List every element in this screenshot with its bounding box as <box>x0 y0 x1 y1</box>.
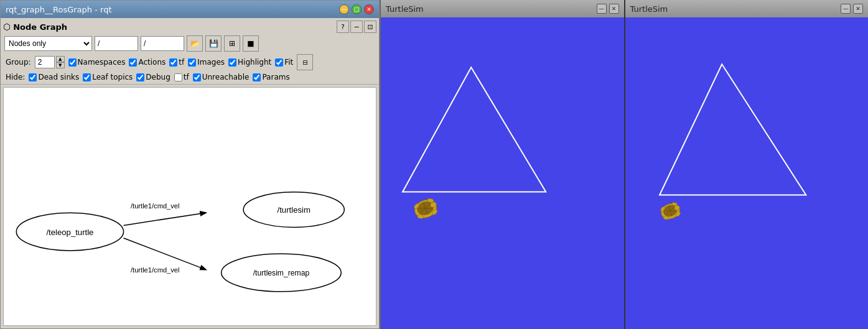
debug-option[interactable]: Debug <box>136 73 170 81</box>
tf2-label: tf <box>184 73 189 81</box>
fit-checkbox[interactable] <box>275 58 283 67</box>
ts1-close-btn[interactable]: ✕ <box>609 4 619 14</box>
debug-checkbox[interactable] <box>136 73 144 81</box>
turtlesim2-title-bar: TurtleSim — ✕ <box>625 0 869 17</box>
leaf-topics-option[interactable]: Leaf topics <box>83 73 133 81</box>
options-row-1: Group: ▲ ▼ Namespaces Actions <box>3 53 376 72</box>
options-row-2: Hide: Dead sinks Leaf topics Debug tf <box>3 72 376 83</box>
images-checkbox[interactable] <box>188 58 196 67</box>
group-spinner: ▲ ▼ <box>35 56 65 68</box>
actions-label: Actions <box>138 58 166 67</box>
teleop-node-label: /teleop_turtle <box>46 228 93 237</box>
stop-btn[interactable]: ■ <box>243 35 259 52</box>
graph-canvas[interactable]: /teleop_turtle /turtle1/cmd_vel /turtle1… <box>3 87 376 326</box>
fit-icon-btn[interactable]: ⊟ <box>297 54 313 70</box>
ts2-minimize-btn[interactable]: — <box>841 4 851 14</box>
turtlesim2-controls: — ✕ <box>841 4 863 14</box>
namespaces-label: Namespaces <box>78 58 126 67</box>
svg-marker-5 <box>403 67 546 192</box>
namespaces-option[interactable]: Namespaces <box>68 58 126 67</box>
turtlesim1-canvas <box>381 17 624 329</box>
tf-option[interactable]: tf <box>169 58 184 67</box>
node-graph-icon: ⬡ <box>3 22 11 32</box>
save-btn[interactable]: 💾 <box>205 35 222 52</box>
toolbar-row: Nodes only Nodes/Topics (active) Nodes/T… <box>3 34 376 53</box>
rqt-graph-window: rqt_graph__RosGraph - rqt — □ ✕ ⬡ Node G… <box>0 0 380 329</box>
float-panel-btn[interactable]: ⊡ <box>364 21 376 33</box>
turtlesim2-triangle-svg <box>625 17 869 329</box>
actions-option[interactable]: Actions <box>129 58 166 67</box>
group-value-input[interactable] <box>35 56 55 68</box>
debug-label: Debug <box>146 73 170 81</box>
highlight-label: Highlight <box>238 58 271 67</box>
rqt-minimize-btn[interactable]: — <box>339 4 349 14</box>
turtlesim2-canvas <box>625 17 869 329</box>
dead-sinks-label: Dead sinks <box>38 73 79 81</box>
leaf-topics-label: Leaf topics <box>92 73 133 81</box>
tf2-option[interactable]: tf <box>174 73 189 81</box>
edge1-label: /turtle1/cmd_vel <box>131 202 180 210</box>
rqt-close-btn[interactable]: ✕ <box>364 4 374 14</box>
svg-line-1 <box>124 213 206 225</box>
zoom-fit-btn[interactable]: ⊞ <box>224 35 240 52</box>
unreachable-label: Unreachable <box>202 73 250 81</box>
minimize-panel-btn[interactable]: − <box>350 21 363 33</box>
highlight-checkbox[interactable] <box>228 58 236 67</box>
hide-label: Hide: <box>6 73 25 81</box>
turtlesim1-controls: — ✕ <box>597 4 619 14</box>
graph-svg: /teleop_turtle /turtle1/cmd_vel /turtle1… <box>4 88 376 325</box>
tf-checkbox[interactable] <box>169 58 177 67</box>
turtlesim-node-label: /turtlesim <box>278 205 310 215</box>
highlight-option[interactable]: Highlight <box>228 58 271 67</box>
unreachable-checkbox[interactable] <box>193 73 201 81</box>
rqt-panel-header: ⬡ Node Graph ? − ⊡ Nodes only Nodes/Topi… <box>1 18 379 85</box>
fit-label: Fit <box>284 58 293 67</box>
help-btn[interactable]: ? <box>337 21 349 33</box>
open-btn[interactable]: 📂 <box>187 35 203 52</box>
rqt-maximize-btn[interactable]: □ <box>352 4 362 14</box>
group-label: Group: <box>6 58 31 67</box>
turtlesim-remap-node-label: /turtlesim_remap <box>253 269 310 277</box>
group-up-arrow[interactable]: ▲ <box>56 56 65 62</box>
filter2-input[interactable] <box>141 36 184 51</box>
svg-marker-16 <box>660 64 806 195</box>
unreachable-option[interactable]: Unreachable <box>193 73 250 81</box>
leaf-topics-checkbox[interactable] <box>83 73 91 81</box>
tf2-checkbox[interactable] <box>174 73 182 81</box>
rqt-title-text: rqt_graph__RosGraph - rqt <box>6 5 112 14</box>
namespaces-checkbox[interactable] <box>68 58 77 67</box>
rqt-panel-content: ⬡ Node Graph ? − ⊡ Nodes only Nodes/Topi… <box>1 18 379 328</box>
filter1-input[interactable] <box>95 36 138 51</box>
images-label: Images <box>197 58 225 67</box>
panel-title: Node Graph <box>13 22 67 32</box>
actions-checkbox[interactable] <box>129 58 137 67</box>
dead-sinks-option[interactable]: Dead sinks <box>29 73 79 81</box>
turtlesim1-triangle-svg <box>381 17 624 329</box>
turtlesim1-title-bar: TurtleSim — ✕ <box>381 0 624 17</box>
group-down-arrow[interactable]: ▼ <box>56 62 65 68</box>
group-spin-arrows: ▲ ▼ <box>56 56 65 68</box>
turtlesim2-title: TurtleSim <box>630 4 668 14</box>
edge2-label: /turtle1/cmd_vel <box>131 266 180 274</box>
turtlesim-window-1: TurtleSim — ✕ <box>380 0 624 329</box>
rqt-title-bar: rqt_graph__RosGraph - rqt — □ ✕ <box>1 1 379 18</box>
fit-option[interactable]: Fit <box>275 58 293 67</box>
ts2-close-btn[interactable]: ✕ <box>853 4 863 14</box>
params-label: Params <box>262 73 289 81</box>
params-option[interactable]: Params <box>253 73 289 81</box>
params-checkbox[interactable] <box>253 73 261 81</box>
tf-label: tf <box>179 58 184 67</box>
rqt-window-controls: — □ ✕ <box>339 4 374 14</box>
images-option[interactable]: Images <box>188 58 225 67</box>
svg-line-2 <box>124 238 206 270</box>
ts1-minimize-btn[interactable]: — <box>597 4 607 14</box>
panel-title-buttons: ? − ⊡ <box>337 21 376 33</box>
turtlesim1-title: TurtleSim <box>386 4 424 14</box>
turtlesim-window-2: TurtleSim — ✕ <box>624 0 869 329</box>
dead-sinks-checkbox[interactable] <box>29 73 37 81</box>
panel-title-row: ⬡ Node Graph ? − ⊡ <box>3 19 376 34</box>
display-mode-select[interactable]: Nodes only Nodes/Topics (active) Nodes/T… <box>4 36 92 51</box>
